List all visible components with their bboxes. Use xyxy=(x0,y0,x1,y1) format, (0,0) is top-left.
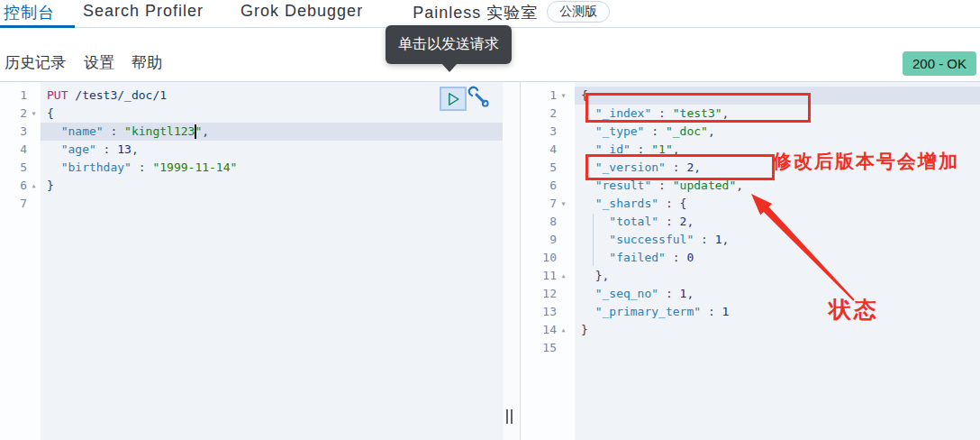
play-icon xyxy=(444,90,462,108)
code-line: "_primary_term" : 1 xyxy=(581,303,980,321)
line-number: 2 xyxy=(522,105,575,123)
fold-down-icon[interactable]: ▾ xyxy=(27,105,41,123)
help-link[interactable]: 帮助 xyxy=(132,52,162,73)
code-line: "_seq_no" : 1, xyxy=(581,285,980,303)
line-number: 5 xyxy=(522,159,575,177)
code-line: { xyxy=(47,105,503,123)
line-number: 7 xyxy=(0,195,41,213)
request-editor[interactable]: PUT /test3/_doc/1{ "name" : "kingtl123",… xyxy=(41,82,503,440)
fold-down-icon[interactable]: ▾ xyxy=(557,195,570,213)
request-options-button[interactable] xyxy=(467,86,491,109)
tab-painless-lab[interactable]: Painless 实验室 xyxy=(413,0,538,23)
fold-down-icon[interactable]: ▾ xyxy=(557,87,570,105)
console-app: 控制台 Search Profiler Grok Debugger Painle… xyxy=(0,0,980,440)
line-number: 11▴ xyxy=(522,267,575,285)
response-gutter: 1▾234567▾891011▴121314▴15 xyxy=(522,82,575,440)
line-number: 5 xyxy=(0,159,41,177)
code-line: "_shards" : { xyxy=(581,195,980,213)
line-number: 6▴ xyxy=(0,177,41,195)
tab-grok-debugger[interactable]: Grok Debugger xyxy=(240,0,363,21)
tab-search-profiler[interactable]: Search Profiler xyxy=(83,0,204,21)
code-line: } xyxy=(581,321,980,339)
code-line: "successful" : 1, xyxy=(581,231,980,249)
code-line: "birthday" : "1999-11-14" xyxy=(47,159,503,177)
send-request-button[interactable] xyxy=(440,87,467,111)
wrench-icon xyxy=(467,86,491,109)
annotation-status-note: 状态 xyxy=(829,295,879,325)
line-number: 6 xyxy=(522,177,575,195)
code-line: "total" : 2, xyxy=(581,213,980,231)
line-number: 8 xyxy=(522,213,575,231)
tooltip-text: 单击以发送请求 xyxy=(398,36,499,51)
code-line: "_type" : "_doc", xyxy=(581,123,980,141)
settings-link[interactable]: 设置 xyxy=(84,52,114,73)
line-number: 4 xyxy=(0,141,41,159)
code-line: PUT /test3/_doc/1 xyxy=(47,87,503,105)
code-line xyxy=(581,339,980,357)
code-line: } xyxy=(47,177,503,195)
line-number: 3 xyxy=(0,123,41,141)
line-number: 1 xyxy=(0,87,41,105)
beta-badge: 公测版 xyxy=(547,1,610,23)
editor-gutter: 12▾3456▴7 xyxy=(0,82,41,440)
line-number: 13 xyxy=(522,303,575,321)
annotation-box-index xyxy=(585,93,811,123)
code-line: "name" : "kingtl123", xyxy=(47,123,503,141)
line-number: 15 xyxy=(522,339,575,357)
top-tab-bar: 控制台 Search Profiler Grok Debugger Painle… xyxy=(0,0,980,28)
line-number: 9 xyxy=(522,231,575,249)
line-number: 10 xyxy=(522,249,575,267)
line-number: 2▾ xyxy=(0,105,41,123)
line-number: 3 xyxy=(522,123,575,141)
line-number: 1▾ xyxy=(522,87,575,105)
fold-up-icon[interactable]: ▴ xyxy=(27,177,41,195)
code-line: }, xyxy=(581,267,980,285)
send-request-tooltip: 单击以发送请求 xyxy=(386,25,512,64)
fold-up-icon[interactable]: ▴ xyxy=(557,267,570,285)
annotation-version-note: 修改后版本号会增加 xyxy=(773,149,959,174)
annotation-box-version xyxy=(585,154,775,180)
dev-tools-editor-area: 12▾3456▴7 PUT /test3/_doc/1{ "name" : "k… xyxy=(0,81,980,440)
fold-up-icon[interactable]: ▴ xyxy=(557,321,570,339)
history-link[interactable]: 历史记录 xyxy=(5,52,66,73)
code-line: "age" : 13, xyxy=(47,141,503,159)
response-viewer[interactable]: { "_index" : "test3", "_type" : "_doc", … xyxy=(575,82,980,440)
line-number: 14▴ xyxy=(522,321,575,339)
tab-console[interactable]: 控制台 xyxy=(4,0,55,23)
splitter-drag-handle[interactable] xyxy=(505,409,515,424)
code-line xyxy=(47,195,503,213)
panel-divider-line xyxy=(520,82,521,440)
status-badge: 200 - OK xyxy=(903,51,976,76)
line-number: 4 xyxy=(522,141,575,159)
line-number: 12 xyxy=(522,285,575,303)
line-number: 7▾ xyxy=(522,195,575,213)
code-line: "failed" : 0 xyxy=(581,249,980,267)
tooltip-arrow xyxy=(441,63,458,72)
